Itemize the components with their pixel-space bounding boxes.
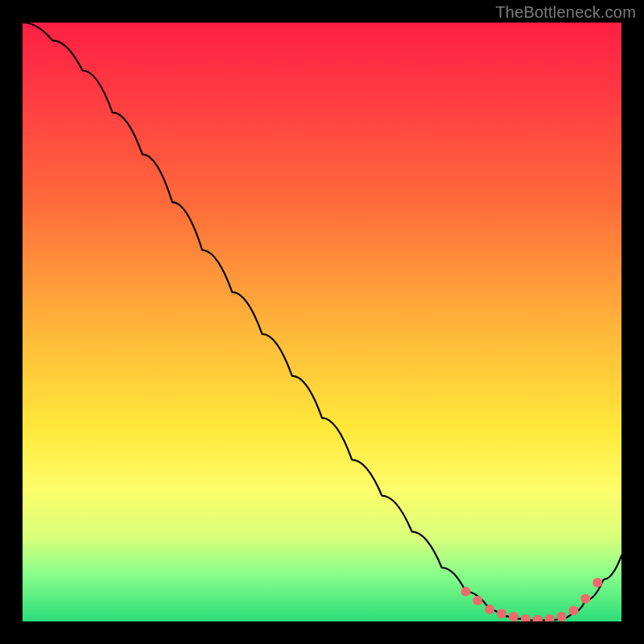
highlight-dot: [533, 615, 543, 621]
chart-frame: TheBottleneck.com: [0, 0, 644, 644]
highlight-dot: [592, 578, 602, 588]
plot-area: [23, 23, 621, 621]
highlight-dot: [461, 587, 471, 597]
attribution-text: TheBottleneck.com: [495, 3, 636, 22]
highlight-dot: [545, 614, 555, 621]
highlight-dot: [580, 594, 590, 604]
highlight-dot: [557, 612, 567, 621]
highlight-dot: [509, 612, 518, 621]
highlight-dot: [497, 609, 506, 618]
highlight-dots-group: [461, 578, 603, 621]
highlight-dot: [568, 606, 578, 616]
curve-svg: [23, 23, 621, 621]
highlight-dot: [521, 614, 530, 621]
bottleneck-curve: [23, 23, 621, 621]
highlight-dot: [473, 596, 482, 605]
highlight-dot: [485, 605, 494, 614]
